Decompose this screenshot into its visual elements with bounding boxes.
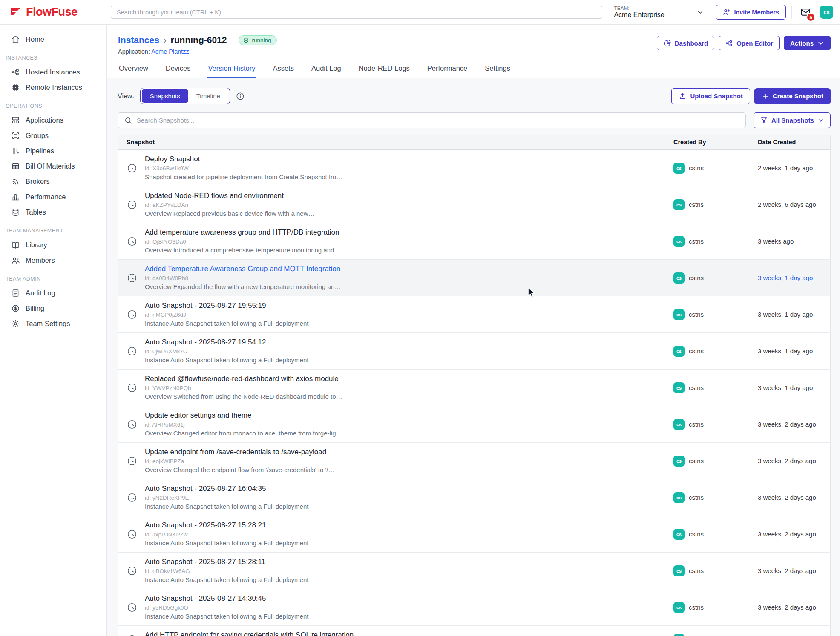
table-row[interactable]: Added Temperature Awareness Group and MQ… (118, 260, 830, 296)
view-label: View: (118, 92, 134, 100)
created-by-cell: cs cstns (673, 529, 758, 540)
date-created: 3 weeks, 1 day ago (758, 274, 822, 281)
info-icon[interactable] (236, 92, 245, 101)
snapshot-title[interactable]: Auto Snapshot - 2025-08-27 19:54:12 (145, 338, 308, 347)
open-editor-button[interactable]: Open Editor (719, 36, 780, 50)
table-row[interactable]: Add temperature awareness group and HTTP… (118, 223, 830, 260)
sidebar-item-bill-of-materials[interactable]: Bill Of Materials (0, 158, 106, 174)
created-by-name: cstns (689, 567, 704, 574)
dashboard-button[interactable]: Dashboard (657, 36, 714, 50)
table-row[interactable]: Deploy Snapshot id: X3o6Bw1k9W Snapshot … (118, 150, 830, 186)
view-toggle[interactable]: Timeline (188, 89, 228, 103)
snapshot-search-input[interactable] (137, 117, 739, 124)
tab[interactable]: Version History (207, 61, 256, 78)
snapshot-cell: Auto Snapshot - 2025-08-27 19:54:12 id: … (127, 338, 673, 364)
table-header: Snapshot Created By Date Created (118, 135, 830, 150)
table-row[interactable]: Replaced @flowfuse/node-red-dashboard wi… (118, 370, 830, 406)
all-snapshots-filter-button[interactable]: All Snapshots (754, 112, 831, 128)
sidebar-item-remote-instances[interactable]: Remote Instances (0, 80, 106, 95)
sidebar-item-performance[interactable]: Performance (0, 189, 106, 204)
snapshot-title[interactable]: Updated Node-RED flows and environment (145, 192, 315, 200)
upload-snapshot-button[interactable]: Upload Snapshot (671, 88, 750, 104)
table-row[interactable]: Auto Snapshot - 2025-08-27 19:55:19 id: … (118, 296, 830, 333)
table-row[interactable]: Update endpoint from /save-credentials t… (118, 443, 830, 479)
sidebar-item-pipelines[interactable]: Pipelines (0, 143, 106, 158)
sidebar-item-team-settings[interactable]: Team Settings (0, 316, 106, 331)
invite-members-button[interactable]: Invite Members (716, 5, 786, 20)
table-row[interactable]: Auto Snapshot - 2025-08-27 16:04:35 id: … (118, 479, 830, 516)
snapshot-title[interactable]: Add temperature awareness group and HTTP… (145, 228, 340, 237)
created-by-cell: cs cstns (673, 456, 758, 467)
sidebar-nav: HomeINSTANCESHosted InstancesRemote Inst… (0, 25, 107, 636)
sidebar-item-tables[interactable]: Tables (0, 204, 106, 220)
date-created: 3 weeks, 2 days ago (758, 604, 822, 611)
snapshot-title[interactable]: Added Temperature Awareness Group and MQ… (145, 265, 341, 273)
snapshot-title[interactable]: Replaced @flowfuse/node-red-dashboard wi… (145, 375, 342, 383)
breadcrumb-instances-link[interactable]: Instances (118, 35, 159, 45)
tab[interactable]: Performance (426, 61, 468, 78)
snapshot-title[interactable]: Auto Snapshot - 2025-08-27 15:28:21 (145, 521, 308, 530)
user-plus-icon (722, 8, 731, 16)
user-avatar[interactable]: cs (820, 6, 833, 19)
tab[interactable]: Devices (165, 61, 192, 78)
snapshot-title[interactable]: Auto Snapshot - 2025-08-27 19:55:19 (145, 301, 308, 310)
members-icon (11, 256, 20, 265)
team-name: Acme Enterprise (614, 11, 664, 19)
tab[interactable]: Node-RED Logs (358, 61, 411, 78)
flowfuse-logo[interactable]: FlowFuse (9, 6, 111, 19)
table-row[interactable]: Add HTTP endpoint for saving credentials… (118, 626, 830, 636)
table-row[interactable]: Auto Snapshot - 2025-08-27 14:30:45 id: … (118, 589, 830, 626)
sidebar-item-library[interactable]: Library (0, 237, 106, 252)
upload-icon (679, 92, 687, 100)
actions-button[interactable]: Actions (784, 36, 831, 50)
snapshot-title[interactable]: Auto Snapshot - 2025-08-27 14:30:45 (145, 594, 308, 603)
table-row[interactable]: Auto Snapshot - 2025-08-27 19:54:12 id: … (118, 333, 830, 370)
table-row[interactable]: Auto Snapshot - 2025-08-27 15:28:21 id: … (118, 516, 830, 553)
tab[interactable]: Audit Log (311, 61, 342, 78)
view-toggle[interactable]: Snapshots (142, 89, 188, 103)
create-snapshot-button[interactable]: Create Snapshot (754, 88, 831, 104)
sidebar-item-label: Remote Instances (26, 83, 82, 92)
snapshot-title[interactable]: Auto Snapshot - 2025-08-27 16:04:35 (145, 484, 308, 493)
sidebar-item-applications[interactable]: Applications (0, 112, 106, 128)
sidebar-item-billing[interactable]: Billing (0, 301, 106, 316)
global-search-input[interactable] (111, 6, 602, 19)
table-row[interactable]: Auto Snapshot - 2025-08-27 15:28:11 id: … (118, 553, 830, 589)
snapshot-id: id: X3o6Bw1k9W (145, 165, 342, 172)
sidebar-item-hosted-instances[interactable]: Hosted Instances (0, 64, 106, 80)
sidebar-item-groups[interactable]: Groups (0, 128, 106, 143)
clock-icon (127, 163, 138, 174)
notifications-button[interactable]: 5 (800, 6, 811, 18)
flowfuse-logo-icon (9, 6, 22, 19)
tab[interactable]: Assets (272, 61, 295, 78)
snapshot-description: Overview Introduced a comprehensive temp… (145, 246, 340, 254)
created-by-cell: cs cstns (673, 634, 758, 636)
all-snapshots-label: All Snapshots (771, 117, 814, 124)
application-link[interactable]: Acme Plantzz (151, 48, 189, 55)
snapshot-title[interactable]: Update editor settings and theme (145, 411, 342, 420)
column-created-by: Created By (673, 139, 758, 146)
team-selector[interactable]: TEAM: Acme Enterprise (614, 6, 704, 19)
sidebar-item-home[interactable]: Home (0, 32, 106, 47)
table-row[interactable]: Update editor settings and theme id: AlR… (118, 406, 830, 443)
sidebar-item-brokers[interactable]: Brokers (0, 174, 106, 189)
snapshot-cell: Auto Snapshot - 2025-08-27 15:28:11 id: … (127, 558, 673, 584)
created-by-name: cstns (689, 164, 704, 172)
snapshot-title[interactable]: Deploy Snapshot (145, 155, 342, 163)
avatar: cs (673, 602, 685, 613)
sidebar-item-members[interactable]: Members (0, 252, 106, 268)
flowfuse-app: FlowFuse TEAM: Acme Enterprise Invite Me… (0, 0, 840, 636)
sidebar-item-audit-log[interactable]: Audit Log (0, 285, 106, 301)
column-date-created: Date Created (758, 139, 822, 146)
sidebar-section-label: INSTANCES (6, 55, 106, 61)
logo-text: FlowFuse (26, 6, 78, 19)
tab[interactable]: Overview (118, 61, 149, 78)
snapshot-title[interactable]: Auto Snapshot - 2025-08-27 15:28:11 (145, 558, 308, 566)
snapshot-title[interactable]: Add HTTP endpoint for saving credentials… (145, 631, 354, 636)
snapshot-title[interactable]: Update endpoint from /save-credentials t… (145, 448, 334, 456)
divider (608, 6, 608, 19)
snapshot-cell: Auto Snapshot - 2025-08-27 16:04:35 id: … (127, 484, 673, 510)
snapshot-cell: Update editor settings and theme id: AlR… (127, 411, 673, 437)
tab[interactable]: Settings (484, 61, 511, 78)
table-row[interactable]: Updated Node-RED flows and environment i… (118, 186, 830, 223)
